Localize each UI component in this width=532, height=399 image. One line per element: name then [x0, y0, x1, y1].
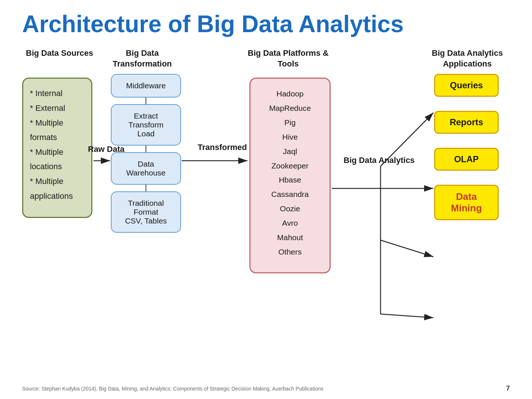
traditional-format-box: TraditionalFormatCSV, Tables [111, 191, 181, 233]
platform-mahout: Mahout [257, 231, 323, 245]
platform-hadoop: Hadoop [257, 87, 323, 101]
source-multiple-locations: * Multiplelocations [30, 145, 85, 174]
platform-hive: Hive [257, 130, 323, 144]
data-mining-box: DataMining [434, 185, 499, 220]
page-number: 7 [506, 385, 510, 392]
middleware-box: Middleware [111, 74, 181, 98]
platform-cassandra: Cassandra [257, 187, 323, 202]
header-apps: Big Data Analytics Applications [429, 48, 506, 69]
page-title: Architecture of Big Data Analytics [22, 11, 510, 37]
svg-line-9 [381, 314, 433, 318]
etl-box: ExtractTransformLoad [111, 104, 181, 146]
sources-box: * Internal * External * Multipleformats … [22, 78, 92, 218]
platform-zookeeper: Zookeeper [257, 159, 323, 173]
vert-line-3 [146, 185, 146, 191]
platform-others: Others [257, 245, 323, 259]
platform-pig: Pig [257, 116, 323, 130]
reports-box: Reports [434, 111, 499, 134]
platform-hbase: Hbase [257, 173, 323, 187]
header-transform: Big Data Transformation [102, 48, 183, 69]
header-sources: Big Data Sources [26, 48, 93, 59]
apps-column: Queries Reports OLAP DataMining [434, 74, 499, 228]
platform-mapreduce: MapReduce [257, 101, 323, 116]
sources-column: * Internal * External * Multipleformats … [22, 74, 92, 218]
vert-line-1 [146, 98, 146, 104]
platform-jaql: Jaql [257, 144, 323, 159]
footer: Source: Stephan Kudyba (2014), Big Data,… [22, 385, 510, 392]
svg-line-8 [381, 240, 433, 257]
header-platforms: Big Data Platforms & Tools [244, 48, 332, 69]
source-multiple-applications: * Multipleapplications [30, 174, 85, 203]
queries-box: Queries [434, 74, 499, 97]
big-data-analytics-label: Big Data Analytics [344, 155, 415, 166]
vert-line-2 [146, 146, 146, 152]
platform-avro: Avro [257, 216, 323, 231]
source-external: * External [30, 101, 85, 116]
source-multiple-formats: * Multipleformats [30, 116, 85, 145]
page: Architecture of Big Data Analytics Big D… [0, 0, 532, 399]
platforms-column: Hadoop MapReduce Pig Hive Jaql Zookeeper… [249, 74, 331, 273]
footer-source: Source: Stephan Kudyba (2014), Big Data,… [22, 386, 324, 392]
data-warehouse-box: DataWarehouse [111, 152, 181, 185]
olap-box: OLAP [434, 148, 499, 171]
platforms-box: Hadoop MapReduce Pig Hive Jaql Zookeeper… [249, 78, 331, 273]
platform-oozie: Oozie [257, 202, 323, 216]
diagram: Big Data Sources Big Data Transformation… [22, 48, 510, 347]
raw-data-label: Raw Data [88, 144, 125, 155]
source-internal: * Internal [30, 86, 85, 101]
